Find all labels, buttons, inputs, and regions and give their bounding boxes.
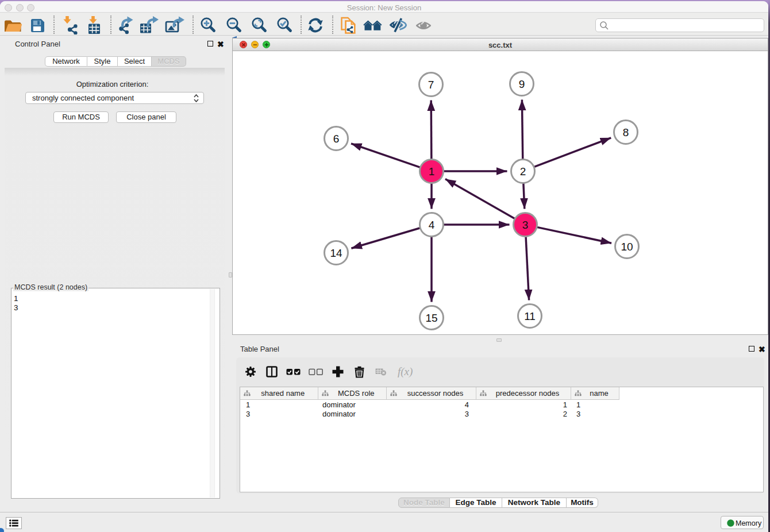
- svg-text:9: 9: [519, 78, 525, 90]
- svg-text:3: 3: [522, 219, 529, 231]
- svg-text:14: 14: [330, 247, 342, 259]
- svg-text:1: 1: [429, 165, 435, 178]
- svg-text:8: 8: [623, 126, 629, 138]
- svg-text:6: 6: [333, 133, 340, 145]
- svg-text:10: 10: [621, 241, 633, 253]
- svg-text:11: 11: [524, 310, 536, 322]
- svg-text:15: 15: [425, 312, 437, 324]
- svg-text:7: 7: [428, 79, 434, 91]
- svg-text:4: 4: [429, 219, 435, 231]
- svg-text:2: 2: [520, 165, 526, 178]
